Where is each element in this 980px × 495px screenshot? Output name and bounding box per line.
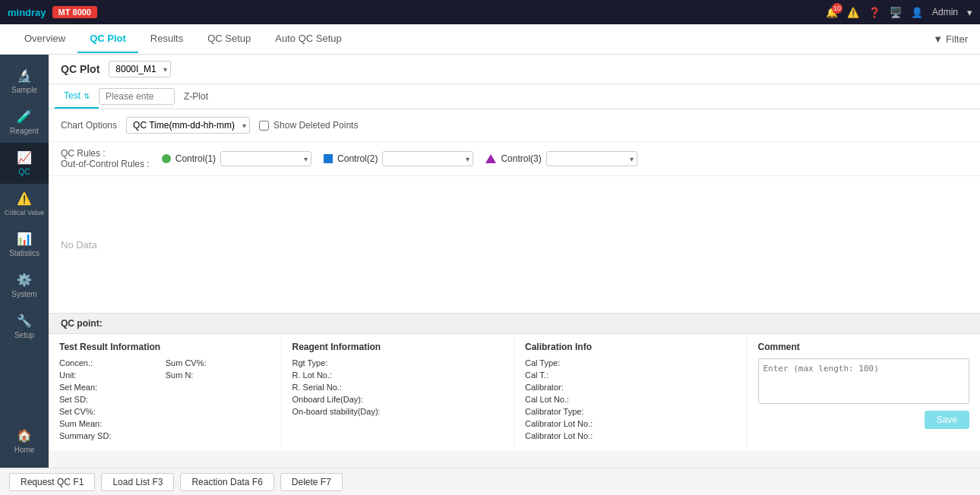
comment-textarea[interactable] xyxy=(758,358,970,404)
notification-icon[interactable]: 🔔 10 xyxy=(826,7,838,18)
reagent-icon: 🧪 xyxy=(17,109,32,124)
control3-select-wrapper xyxy=(546,151,637,166)
control1-dot xyxy=(162,154,171,163)
out-of-control-label: Out-of-Control Rules : xyxy=(61,159,150,169)
tab-zplot[interactable]: Z-Plot xyxy=(175,85,217,108)
test-search-input[interactable] xyxy=(99,88,175,105)
info-grid: Test Result Information Concen.: Unit: S… xyxy=(49,334,980,451)
control2-group: Control(2) xyxy=(324,151,473,166)
home-icon: 🏠 xyxy=(17,428,32,443)
chart-section: Chart Options QC Time(mm-dd-hh-mm) Show … xyxy=(49,109,980,313)
show-deleted-checkbox[interactable] xyxy=(259,121,269,131)
reaction-data-button[interactable]: Reaction Data F6 xyxy=(180,473,273,491)
sidebar-label-reagent: Reagent xyxy=(10,127,39,135)
qc-rules-label: QC Rules : xyxy=(61,148,150,159)
sidebar-label-setup: Setup xyxy=(14,331,34,339)
tab-qcsetup[interactable]: QC Setup xyxy=(195,25,263,53)
chart-time-select-wrapper: QC Time(mm-dd-hh-mm) xyxy=(126,117,250,134)
sidebar-item-home[interactable]: 🏠 Home xyxy=(0,421,49,462)
sample-icon: 🔬 xyxy=(17,68,32,83)
save-button[interactable]: Save xyxy=(925,411,969,429)
tab-autoqcsetup[interactable]: Auto QC Setup xyxy=(263,25,353,53)
sidebar-label-sample: Sample xyxy=(11,86,37,94)
reagent-col: Reagent Information Rgt Type: R. Lot No.… xyxy=(282,334,515,451)
control2-label: Control(2) xyxy=(337,153,378,164)
control2-select[interactable] xyxy=(382,151,473,166)
field-concen: Concen.: xyxy=(59,358,164,367)
chart-options-row: Chart Options QC Time(mm-dd-hh-mm) Show … xyxy=(49,109,980,142)
calibration-title: Calibration Info xyxy=(525,342,736,352)
qc-point-header: QC point: xyxy=(49,314,980,334)
control1-select-wrapper xyxy=(220,151,311,166)
field-set-mean: Set Mean: xyxy=(59,383,164,392)
qc-rules-col: QC Rules : Out-of-Control Rules : xyxy=(61,148,150,169)
admin-label: Admin xyxy=(932,7,958,17)
sort-icon: ⇅ xyxy=(84,92,90,100)
field-cal-type: Cal Type: xyxy=(525,358,736,367)
field-onboard-life: Onboard Life(Day): xyxy=(292,395,504,404)
tab-overview[interactable]: Overview xyxy=(12,25,77,53)
chart-time-select[interactable]: QC Time(mm-dd-hh-mm) xyxy=(126,117,250,134)
top-bar-left: mindray MT 8000 xyxy=(8,6,97,18)
monitor-icon[interactable]: 🖥️ xyxy=(890,7,902,18)
device-select-wrapper: 8000I_M1 xyxy=(109,61,171,77)
field-set-cv: Set CV%: xyxy=(59,407,164,416)
sidebar-item-qc[interactable]: 📈 QC xyxy=(0,143,49,184)
sidebar-label-home: Home xyxy=(14,446,35,454)
field-sum-n: Sum N: xyxy=(166,370,270,380)
sidebar: 🔬 Sample 🧪 Reagent 📈 QC ⚠️ Critical Valu… xyxy=(0,55,49,468)
control3-label: Control(3) xyxy=(501,153,541,164)
field-calibrator-lot-2: Calibrator Lot No.: xyxy=(525,431,736,440)
control3-group: Control(3) xyxy=(485,151,637,166)
load-list-button[interactable]: Load List F3 xyxy=(101,473,174,491)
test-result-title: Test Result Information xyxy=(59,342,270,352)
qc-plot-header: QC Plot 8000I_M1 xyxy=(49,55,980,84)
sidebar-item-sample[interactable]: 🔬 Sample xyxy=(0,61,49,102)
notification-badge: 10 xyxy=(832,3,842,14)
user-icon[interactable]: 👤 xyxy=(911,7,923,18)
sidebar-item-system[interactable]: ⚙️ System xyxy=(0,265,49,306)
calibration-col: Calibration Info Cal Type: Cal T.: Calib… xyxy=(514,334,748,451)
field-calibrator: Calibrator: xyxy=(525,383,736,392)
request-qc-button[interactable]: Request QC F1 xyxy=(9,473,95,491)
control1-select[interactable] xyxy=(220,151,311,166)
field-sum-cv: Sum CV%: xyxy=(166,358,270,367)
filter-button[interactable]: ▼ Filter xyxy=(933,33,968,45)
control2-select-wrapper xyxy=(382,151,473,166)
field-cal-lot: Cal Lot No.: xyxy=(525,395,736,404)
field-unit: Unit: xyxy=(59,370,164,380)
device-select[interactable]: 8000I_M1 xyxy=(109,61,171,77)
sidebar-label-statistics: Statistics xyxy=(9,249,40,257)
delete-button[interactable]: Delete F7 xyxy=(280,473,343,491)
tab-results[interactable]: Results xyxy=(138,25,195,53)
content-area: QC Plot 8000I_M1 Test ⇅ Z-Plot Chart Opt… xyxy=(49,55,980,468)
field-cal-t: Cal T.: xyxy=(525,370,736,380)
show-deleted-row: Show Deleted Points xyxy=(259,120,358,131)
control1-label: Control(1) xyxy=(175,153,216,164)
help-icon[interactable]: ❓ xyxy=(868,7,880,18)
setup-icon: 🔧 xyxy=(17,314,32,328)
qc-point-section: QC point: Test Result Information Concen… xyxy=(49,313,980,451)
sidebar-item-critical-value[interactable]: ⚠️ Critical Value xyxy=(0,184,49,224)
admin-chevron: ▾ xyxy=(967,7,972,18)
field-calibrator-lot-1: Calibrator Lot No.: xyxy=(525,419,736,428)
sidebar-label-system: System xyxy=(11,290,36,298)
control3-select[interactable] xyxy=(546,151,637,166)
nav-bar: Overview QC Plot Results QC Setup Auto Q… xyxy=(0,24,980,55)
field-onboard-stability: On-board stability(Day): xyxy=(292,407,504,416)
sidebar-item-setup[interactable]: 🔧 Setup xyxy=(0,306,49,347)
tab-qcplot[interactable]: QC Plot xyxy=(77,25,138,53)
filter-icon: ▼ xyxy=(933,33,943,45)
filter-label: Filter xyxy=(946,33,968,45)
bottom-bar: Request QC F1 Load List F3 Reaction Data… xyxy=(0,468,980,495)
chart-options-label: Chart Options xyxy=(61,120,117,131)
alert-icon[interactable]: ⚠️ xyxy=(847,7,859,18)
show-deleted-label: Show Deleted Points xyxy=(273,120,358,131)
sidebar-item-reagent[interactable]: 🧪 Reagent xyxy=(0,102,49,143)
top-bar: mindray MT 8000 🔔 10 ⚠️ ❓ 🖥️ 👤 Admin ▾ xyxy=(0,0,980,24)
tab-test[interactable]: Test ⇅ xyxy=(55,84,99,109)
sidebar-item-statistics[interactable]: 📊 Statistics xyxy=(0,224,49,265)
device-badge: MT 8000 xyxy=(52,6,97,18)
field-set-sd: Set SD: xyxy=(59,395,164,404)
system-icon: ⚙️ xyxy=(17,273,32,287)
